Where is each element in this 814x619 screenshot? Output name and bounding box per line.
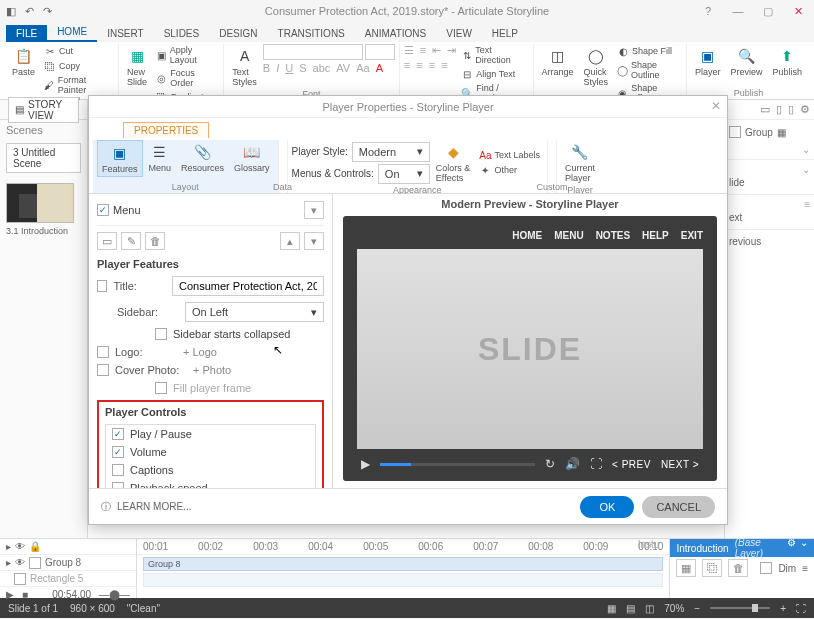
layer-add-icon[interactable]: ▦ xyxy=(676,559,696,577)
align-center-icon[interactable]: ≡ xyxy=(416,59,422,71)
maximize-icon[interactable]: ▢ xyxy=(756,2,780,20)
glossary-button[interactable]: 📖Glossary xyxy=(230,140,274,175)
paste-button[interactable]: 📋Paste xyxy=(8,44,39,79)
add-photo-link[interactable]: + Photo xyxy=(193,364,231,376)
tab-animations[interactable]: ANIMATIONS xyxy=(355,25,436,42)
arrange-button[interactable]: ◫Arrange xyxy=(538,44,578,79)
nav-home[interactable]: HOME xyxy=(512,230,542,241)
case-button[interactable]: Aa xyxy=(356,62,369,74)
device-tablet-icon[interactable]: ▯ xyxy=(776,103,782,116)
tl-layer-1[interactable]: Group 8 xyxy=(45,557,81,568)
tl-expand-icon[interactable]: ▸ xyxy=(6,541,11,552)
tl-clip[interactable]: Group 8 xyxy=(143,557,663,571)
align-text-button[interactable]: ⊟Align Text xyxy=(458,67,528,81)
bullets-icon[interactable]: ☰ xyxy=(404,44,414,57)
features-button[interactable]: ▣Features xyxy=(97,140,143,177)
rt-item-1[interactable]: lide xyxy=(729,175,810,190)
tab-design[interactable]: DESIGN xyxy=(209,25,267,42)
tab-file[interactable]: FILE xyxy=(6,25,47,42)
settings-icon[interactable]: ⚙ xyxy=(787,537,796,559)
help-icon[interactable]: ? xyxy=(696,2,720,20)
title-input[interactable] xyxy=(172,276,324,296)
player-button[interactable]: ▣Player xyxy=(691,44,725,79)
preview-button[interactable]: 🔍Preview xyxy=(726,44,766,79)
tab-transitions[interactable]: TRANSITIONS xyxy=(268,25,355,42)
justify-icon[interactable]: ≡ xyxy=(441,59,447,71)
menus-controls-select[interactable]: On▾ xyxy=(378,164,430,184)
next-button[interactable]: NEXT > xyxy=(661,459,699,470)
slide-thumb[interactable]: 3.1 Introduction xyxy=(6,183,81,236)
numbering-icon[interactable]: ≡ xyxy=(420,44,426,57)
tab-home[interactable]: HOME xyxy=(47,23,97,42)
logo-checkbox[interactable] xyxy=(97,346,109,358)
format-painter-button[interactable]: 🖌Format Painter xyxy=(41,74,114,96)
menu-dropdown[interactable]: ▾ xyxy=(304,201,324,219)
edit-icon[interactable]: ✎ xyxy=(121,232,141,250)
tab-help[interactable]: HELP xyxy=(482,25,528,42)
current-player-button[interactable]: 🔧Current Player xyxy=(561,140,599,185)
title-checkbox[interactable] xyxy=(97,280,107,292)
dialog-close-icon[interactable]: ✕ xyxy=(711,99,721,113)
layer-dup-icon[interactable]: ⿻ xyxy=(702,559,722,577)
tl-clip-2[interactable] xyxy=(143,573,663,587)
shape-fill-button[interactable]: ◐Shape Fill xyxy=(614,44,682,58)
nav-help[interactable]: HELP xyxy=(642,230,669,241)
nav-notes[interactable]: NOTES xyxy=(596,230,630,241)
resources-button[interactable]: 📎Resources xyxy=(177,140,228,175)
menu-checkbox[interactable] xyxy=(97,204,109,216)
seek-bar[interactable] xyxy=(380,463,535,466)
text-styles-button[interactable]: AText Styles xyxy=(228,44,261,89)
add-logo-link[interactable]: + Logo xyxy=(183,346,217,358)
minimize-icon[interactable]: — xyxy=(726,2,750,20)
italic-button[interactable]: I xyxy=(276,62,279,74)
font-picker[interactable] xyxy=(263,44,363,60)
menu-button[interactable]: ☰Menu xyxy=(145,140,176,175)
volume-checkbox[interactable] xyxy=(112,446,124,458)
nav-menu[interactable]: MENU xyxy=(554,230,583,241)
rt-item-3[interactable]: revious xyxy=(729,234,810,249)
player-style-select[interactable]: Modern▾ xyxy=(352,142,430,162)
ok-button[interactable]: OK xyxy=(580,496,634,518)
tab-insert[interactable]: INSERT xyxy=(97,25,154,42)
gear-icon[interactable]: ⚙ xyxy=(800,103,810,116)
play-pause-checkbox[interactable] xyxy=(112,428,124,440)
fullscreen-icon[interactable]: ⛶ xyxy=(590,457,602,471)
view-3-icon[interactable]: ◫ xyxy=(645,603,654,614)
colors-effects-button[interactable]: ◆Colors & Effects xyxy=(432,140,475,185)
close-icon[interactable]: ✕ xyxy=(786,2,810,20)
cut-button[interactable]: ✂Cut xyxy=(41,44,114,58)
font-color-button[interactable]: A xyxy=(376,62,383,74)
layer-header[interactable]: Introduction (Base Layer)⚙⌄ xyxy=(670,539,814,557)
indent-inc-icon[interactable]: ⇥ xyxy=(447,44,456,57)
fill-frame-checkbox[interactable] xyxy=(155,382,167,394)
view-1-icon[interactable]: ▦ xyxy=(607,603,616,614)
device-desktop-icon[interactable]: ▭ xyxy=(760,103,770,116)
zoom-in-icon[interactable]: + xyxy=(780,603,786,614)
tl-layer-2[interactable]: Rectangle 5 xyxy=(30,573,83,584)
undo-icon[interactable]: ↶ xyxy=(22,4,36,18)
delete-icon[interactable]: 🗑 xyxy=(145,232,165,250)
volume-icon[interactable]: 🔊 xyxy=(565,457,580,471)
learn-more[interactable]: ⓘLEARN MORE... xyxy=(101,500,191,514)
rt-item-2[interactable]: ext xyxy=(729,210,810,225)
group-icon[interactable]: ▦ xyxy=(777,127,786,138)
strike-button[interactable]: S xyxy=(299,62,306,74)
layer-del-icon[interactable]: 🗑 xyxy=(728,559,748,577)
dim-checkbox[interactable] xyxy=(760,562,772,574)
device-phone-icon[interactable]: ▯ xyxy=(788,103,794,116)
captions-checkbox[interactable] xyxy=(112,464,124,476)
layer-menu-icon[interactable]: ≡ xyxy=(802,563,808,574)
replay-icon[interactable]: ↻ xyxy=(545,457,555,471)
view-2-icon[interactable]: ▤ xyxy=(626,603,635,614)
cover-checkbox[interactable] xyxy=(97,364,109,376)
text-labels-button[interactable]: AaText Labels xyxy=(476,148,543,162)
shadow-button[interactable]: abc xyxy=(313,62,331,74)
scene-button[interactable]: 3 Untitled Scene xyxy=(6,143,81,173)
prev-button[interactable]: < PREV xyxy=(612,459,651,470)
text-direction-button[interactable]: ⇅Text Direction xyxy=(458,44,528,66)
other-button[interactable]: ✦Other xyxy=(476,163,543,177)
collapsed-checkbox[interactable] xyxy=(155,328,167,340)
properties-tab[interactable]: PROPERTIES xyxy=(123,122,209,138)
tab-view[interactable]: VIEW xyxy=(436,25,482,42)
apply-layout-button[interactable]: ▣Apply Layout xyxy=(153,44,219,66)
